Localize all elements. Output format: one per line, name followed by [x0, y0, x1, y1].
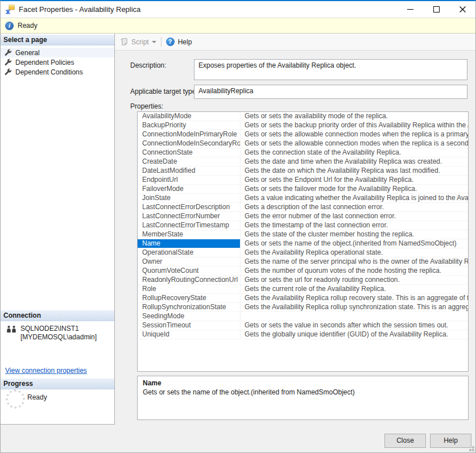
property-name-cell[interactable]: LastConnectErrorNumber [138, 212, 241, 221]
sidebar-item-label: General [15, 49, 40, 57]
properties-grid[interactable]: AvailabilityModeGets or sets the availab… [137, 111, 469, 372]
property-detail-panel: Name Gets or sets the name of the object… [137, 376, 469, 420]
description-box: Exposes properties of the Availability R… [194, 59, 467, 80]
property-name-cell[interactable]: LastConnectErrorTimestamp [138, 221, 241, 230]
property-row[interactable]: ConnectionModeInPrimaryRoleGets or sets … [138, 130, 468, 139]
help-button[interactable]: Help [430, 434, 471, 448]
facet-properties-dialog: Facet Properties - Availability Replica … [0, 0, 476, 453]
property-name-cell[interactable]: Name [138, 239, 241, 248]
property-name-cell[interactable]: ReadonlyRoutingConnectionUrl [138, 276, 241, 284]
property-description-cell: Gets the Availability Replica rollup rec… [241, 294, 468, 302]
property-description-cell: Gets or sets the url for readonly routin… [241, 276, 468, 284]
property-name-cell[interactable]: RollupRecoveryState [138, 294, 241, 302]
property-row[interactable]: FailoverModeGets or sets the failover mo… [138, 185, 468, 194]
close-icon [460, 6, 466, 13]
connection-info: SQLNODE2\INST1 [MYDEMOSQL\adadmin] [6, 325, 97, 342]
property-description-cell: Gets the timestamp of the last connectio… [241, 221, 468, 230]
property-description-cell: Gets the state of the cluster member hos… [241, 230, 468, 239]
properties-label: Properties: [130, 102, 163, 110]
script-button[interactable]: Script [120, 38, 156, 46]
property-row[interactable]: OwnerGets the name of the server princip… [138, 257, 468, 267]
property-name-cell[interactable]: AvailabilityMode [138, 112, 241, 120]
property-name-cell[interactable]: LastConnectErrorDescription [138, 203, 241, 211]
help-toolbar-label: Help [178, 38, 192, 46]
property-description-cell: Gets or sets the backup priority order o… [241, 121, 468, 130]
left-panel: Select a page GeneralDependent PoliciesD… [1, 34, 115, 425]
window-title: Facet Properties - Availability Replica [19, 5, 140, 14]
property-description-cell: Gets the Availability Replica operationa… [241, 248, 468, 257]
property-row[interactable]: JoinStateGets a value indicating whether… [138, 194, 468, 203]
property-name-cell[interactable]: SeedingMode [138, 312, 241, 321]
property-row[interactable]: ConnectionModeInSecondaryRoleGets or set… [138, 139, 468, 148]
property-name-cell[interactable]: ConnectionModeInPrimaryRole [138, 130, 241, 139]
view-connection-properties-link[interactable]: View connection properties [5, 367, 87, 375]
property-row[interactable]: BackupPriorityGets or sets the backup pr… [138, 121, 468, 130]
sidebar-item-dependent-conditions[interactable]: Dependent Conditions [1, 67, 114, 77]
property-row[interactable]: ConnectionStateGets the connection state… [138, 148, 468, 157]
wrench-icon [4, 68, 12, 76]
help-toolbar-button[interactable]: ? Help [166, 38, 192, 46]
property-row[interactable]: LastConnectErrorTimestampGets the timest… [138, 221, 468, 230]
property-row[interactable]: SeedingMode [138, 312, 468, 321]
property-row[interactable]: OperationalStateGets the Availability Re… [138, 248, 468, 257]
toolbar: Script ? Help [115, 34, 475, 51]
property-row[interactable]: SessionTimeoutGets or sets the value in … [138, 321, 468, 330]
script-label: Script [131, 38, 149, 46]
property-row[interactable]: QuorumVoteCountGets the number of quorum… [138, 267, 468, 276]
property-row[interactable]: EndpointUrlGets or sets the Endpoint Url… [138, 176, 468, 185]
property-name-cell[interactable]: DateLastModified [138, 167, 241, 175]
property-name-cell[interactable]: Owner [138, 257, 241, 266]
close-window-button[interactable] [449, 1, 475, 18]
property-name-cell[interactable]: SessionTimeout [138, 321, 241, 330]
property-name-cell[interactable]: ConnectionModeInSecondaryRole [138, 139, 241, 148]
property-description-cell: Gets or sets the name of the object.(inh… [241, 239, 468, 248]
property-name-cell[interactable]: JoinState [138, 194, 241, 202]
property-row[interactable]: RoleGets the current role of the Availab… [138, 285, 468, 294]
property-row[interactable]: NameGets or sets the name of the object.… [138, 239, 468, 248]
facet-icon [5, 5, 15, 14]
minimize-button[interactable] [397, 1, 423, 18]
property-name-cell[interactable]: FailoverMode [138, 185, 241, 193]
property-name-cell[interactable]: Role [138, 285, 241, 293]
property-description-cell: Gets the current role of the Availabilit… [241, 285, 468, 293]
property-name-cell[interactable]: QuorumVoteCount [138, 267, 241, 275]
property-name-cell[interactable]: OperationalState [138, 248, 241, 257]
close-button[interactable]: Close [384, 434, 426, 448]
target-types-box: AvailabilityReplica [194, 85, 467, 99]
property-description-cell: Gets the globally unique identifier (GUI… [241, 330, 468, 339]
property-row[interactable]: LastConnectErrorNumberGets the error nub… [138, 212, 468, 221]
property-row[interactable]: ReadonlyRoutingConnectionUrlGets or sets… [138, 276, 468, 285]
sidebar-item-label: Dependent Conditions [15, 68, 83, 76]
property-name-cell[interactable]: BackupPriority [138, 121, 241, 130]
info-icon: i [5, 22, 14, 30]
status-text: Ready [18, 22, 38, 30]
maximize-button[interactable] [423, 1, 449, 18]
property-name-cell[interactable]: MemberState [138, 230, 241, 239]
property-description-cell: Gets or sets the failover mode for the A… [241, 185, 468, 193]
property-name-cell[interactable]: CreateDate [138, 157, 241, 166]
progress-status: Ready [27, 393, 47, 401]
property-row[interactable]: LastConnectErrorDescriptionGets a descri… [138, 203, 468, 212]
property-row[interactable]: UniqueIdGets the globally unique identif… [138, 330, 468, 339]
property-name-cell[interactable]: EndpointUrl [138, 176, 241, 184]
chevron-down-icon [152, 41, 156, 43]
property-name-cell[interactable]: ConnectionState [138, 148, 241, 157]
wrench-icon [4, 49, 12, 57]
sidebar-item-dependent-policies[interactable]: Dependent Policies [1, 57, 114, 67]
property-row[interactable]: MemberStateGets the state of the cluster… [138, 230, 468, 239]
property-row[interactable]: CreateDateGets the date and time when th… [138, 157, 468, 167]
property-description-cell: Gets the date and time when the Availabi… [241, 157, 468, 166]
property-name-cell[interactable]: UniqueId [138, 330, 241, 339]
resize-grip[interactable] [472, 449, 474, 451]
property-description-cell: Gets the name of the server principal wh… [241, 257, 468, 266]
wrench-icon [4, 59, 12, 67]
connection-account: [MYDEMOSQL\adadmin] [20, 333, 97, 342]
detail-title: Name [143, 379, 463, 387]
property-description-cell: Gets the number of quorum votes of the n… [241, 267, 468, 275]
property-row[interactable]: DateLastModifiedGets the date on which t… [138, 167, 468, 176]
property-name-cell[interactable]: RollupSynchronizationState [138, 303, 241, 311]
property-row[interactable]: RollupSynchronizationStateGets the Avail… [138, 303, 468, 312]
property-row[interactable]: AvailabilityModeGets or sets the availab… [138, 112, 468, 121]
property-row[interactable]: RollupRecoveryStateGets the Availability… [138, 294, 468, 303]
sidebar-item-general[interactable]: General [1, 48, 114, 57]
